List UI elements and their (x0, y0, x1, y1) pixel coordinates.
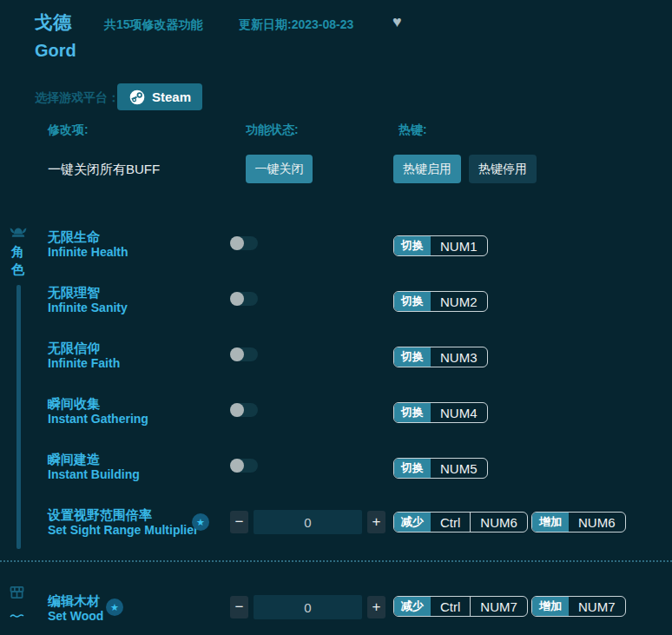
feature-row-sight-range-multiplier: 设置视野范围倍率 Set Sight Range Multiplier ★ − … (0, 506, 672, 561)
column-header-status: 功能状态: (246, 122, 299, 138)
hotkey-key-label: Ctrl (431, 513, 470, 532)
hotkey-pill-num2[interactable]: 切换 NUM2 (393, 291, 488, 312)
feature-row-instant-building: 瞬间建造 Instant Building 切换 NUM5 (0, 450, 672, 506)
hotkey-action-label: 切换 (394, 403, 431, 422)
toggle-infinite-faith[interactable] (230, 347, 258, 361)
toggle-knob (230, 347, 244, 361)
hotkey-key-label: NUM1 (431, 236, 487, 255)
feature-row-infinite-faith: 无限信仰 Infinite Faith 切换 NUM3 (0, 339, 672, 394)
hotkey-pill-increase-num7[interactable]: 增加 NUM7 (531, 596, 626, 617)
hotkey-pill-decrease-num6[interactable]: 减少 Ctrl NUM6 (393, 512, 528, 532)
feature-name-en: Infinite Sanity (48, 301, 128, 314)
feature-name-en: Infinite Health (48, 245, 128, 259)
close-all-button[interactable]: 一键关闭 (246, 155, 313, 183)
hotkey-action-label: 切换 (394, 292, 431, 311)
star-icon: ★ (110, 603, 119, 612)
toggle-instant-gathering[interactable] (230, 403, 258, 417)
toggle-knob (230, 459, 244, 473)
hotkey-key-label: NUM7 (470, 597, 527, 616)
feature-name-cn: 无限理智 (48, 285, 100, 301)
hotkey-action-label: 减少 (394, 513, 431, 532)
feature-name-en: Instant Gathering (48, 412, 148, 426)
increment-button[interactable]: + (367, 596, 385, 618)
feature-row-infinite-sanity: 无限理智 Infinite Sanity 切换 NUM2 (0, 283, 672, 339)
hotkey-action-label: 切换 (394, 236, 431, 255)
steam-button-label: Steam (152, 89, 191, 104)
platform-select-label: 选择游戏平台： (35, 90, 120, 106)
game-title-cn: 戈德 (35, 10, 71, 35)
toggle-infinite-sanity[interactable] (230, 292, 258, 306)
feature-count-label: 共15项修改器功能 (104, 17, 203, 33)
sight-range-value-input[interactable] (254, 510, 362, 534)
feature-name-en: Set Wood (48, 609, 103, 623)
hotkey-key-label: Ctrl (431, 597, 470, 616)
decrement-button[interactable]: − (230, 596, 248, 618)
feature-name-cn: 编辑木材 (48, 593, 100, 610)
hotkey-disable-button[interactable]: 热键停用 (469, 155, 537, 183)
section-divider (0, 560, 672, 562)
feature-name-cn: 无限信仰 (48, 341, 100, 357)
hotkey-pill-num3[interactable]: 切换 NUM3 (393, 347, 488, 367)
hotkey-enable-button[interactable]: 热键启用 (393, 155, 461, 183)
feature-name-cn: 无限生命 (48, 229, 100, 246)
hotkey-action-label: 增加 (532, 513, 569, 532)
steam-platform-button[interactable]: Steam (117, 83, 202, 110)
column-header-modifier: 修改项: (48, 122, 89, 138)
feature-name-cn: 瞬间收集 (48, 396, 100, 413)
close-all-buff-label: 一键关闭所有BUFF (48, 162, 160, 178)
toggle-infinite-health[interactable] (230, 236, 258, 250)
column-header-hotkey: 热键: (399, 122, 427, 138)
star-icon: ★ (196, 518, 205, 527)
hotkey-key-label: NUM2 (431, 292, 487, 311)
hotkey-pill-decrease-num7[interactable]: 减少 Ctrl NUM7 (393, 596, 528, 617)
hotkey-pill-num5[interactable]: 切换 NUM5 (393, 458, 488, 479)
hotkey-pill-num1[interactable]: 切换 NUM1 (393, 235, 488, 256)
feature-row-set-wood: 编辑木材 Set Wood ★ − + 减少 Ctrl NUM7 增加 NUM7 (0, 589, 672, 635)
heart-icon[interactable]: ♥ (392, 13, 402, 31)
hotkey-key-label: NUM6 (569, 513, 625, 532)
feature-name-en: Set Sight Range Multiplier (48, 523, 198, 537)
toggle-knob (230, 292, 244, 306)
hotkey-action-label: 切换 (394, 459, 431, 478)
steam-icon (128, 89, 146, 106)
decrement-button[interactable]: − (230, 511, 248, 533)
increment-button[interactable]: + (367, 511, 385, 533)
hotkey-key-label: NUM5 (431, 459, 487, 478)
hotkey-key-label: NUM7 (569, 597, 625, 616)
hotkey-action-label: 增加 (532, 597, 569, 616)
star-badge: ★ (192, 513, 209, 531)
hotkey-pill-increase-num6[interactable]: 增加 NUM6 (531, 512, 626, 532)
feature-name-en: Infinite Faith (48, 356, 120, 370)
star-badge: ★ (106, 599, 123, 616)
hotkey-action-label: 切换 (394, 347, 431, 367)
toggle-knob (230, 236, 244, 250)
feature-name-cn: 设置视野范围倍率 (48, 507, 152, 524)
feature-row-instant-gathering: 瞬间收集 Instant Gathering 切换 NUM4 (0, 394, 672, 450)
game-title-en: Gord (35, 41, 76, 61)
update-date-label: 更新日期:2023-08-23 (239, 17, 353, 33)
hotkey-key-label: NUM6 (470, 513, 527, 532)
toggle-knob (230, 403, 244, 417)
trainer-window: 戈德 共15项修改器功能 更新日期:2023-08-23 ♥ Gord 选择游戏… (0, 0, 672, 635)
toggle-instant-building[interactable] (230, 459, 258, 473)
hotkey-action-label: 减少 (394, 597, 431, 616)
hotkey-key-label: NUM3 (431, 347, 487, 367)
feature-name-en: Instant Building (48, 467, 140, 481)
feature-row-infinite-health: 无限生命 Infinite Health 切换 NUM1 (0, 228, 672, 283)
set-wood-value-input[interactable] (254, 595, 362, 619)
hotkey-pill-num4[interactable]: 切换 NUM4 (393, 402, 488, 423)
hotkey-key-label: NUM4 (431, 403, 487, 422)
feature-name-cn: 瞬间建造 (48, 452, 100, 468)
